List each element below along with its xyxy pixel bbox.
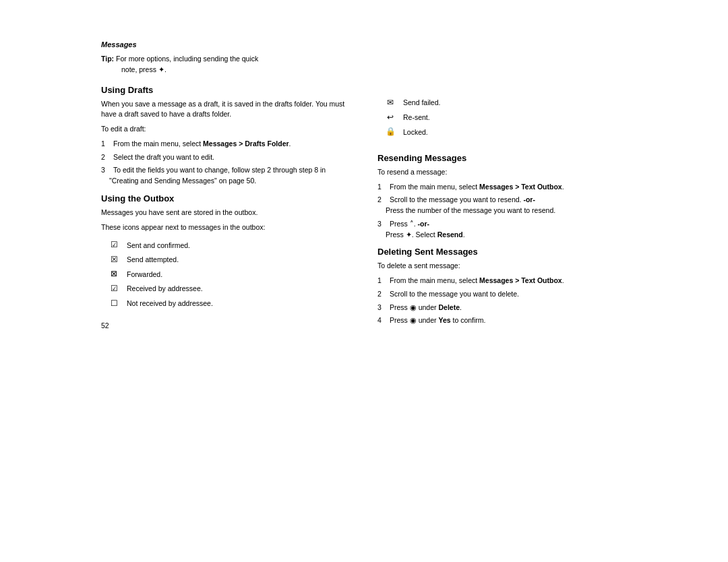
not-received-label: Not received by addressee.: [127, 297, 213, 310]
section-header: Messages: [101, 40, 627, 49]
tip-indent: note, press ✦.: [101, 65, 351, 75]
send-attempted-label: Send attempted.: [127, 253, 179, 266]
step-content: From the main menu, select Messages > Te…: [386, 276, 564, 284]
bold-text: Messages > Text Outbox: [479, 183, 562, 191]
forwarded-icon: ⊠: [108, 267, 120, 282]
step-content: From the main menu, select Messages > Dr…: [109, 139, 291, 148]
resent-icon: ↩: [384, 111, 396, 125]
sent-confirmed-label: Sent and confirmed.: [127, 239, 190, 252]
icon-list-item: ☒ Send attempted.: [108, 253, 351, 268]
step-number: 2: [101, 152, 105, 163]
drafts-steps: 1 From the main menu, select Messages > …: [101, 139, 351, 187]
resending-step-3: 3 Press ˄. -or- Press ✦. Select Resend.: [377, 219, 627, 241]
received-icon: ☑: [108, 282, 120, 296]
column-left: Tip: For more options, including sending…: [101, 54, 351, 333]
tip-symbol: ✦: [158, 65, 164, 73]
column-right: ✉ Send failed. ↩ Re-sent. 🔒 Locked. Rese…: [377, 54, 627, 333]
edit-label: To edit a draft:: [101, 124, 351, 135]
outbox-icon-list: ☑ Sent and confirmed. ☒ Send attempted. …: [108, 238, 351, 311]
deleting-steps: 1 From the main menu, select Messages > …: [377, 276, 627, 326]
step-number: 2: [377, 289, 382, 300]
icon-list-item: 🔒 Locked.: [384, 125, 627, 139]
yes-bold: Yes: [438, 316, 450, 324]
icon-list-item: ↩ Re-sent.: [384, 111, 627, 125]
right-icon-list: ✉ Send failed. ↩ Re-sent. 🔒 Locked.: [384, 96, 627, 139]
resend-bold: Resend: [437, 230, 463, 239]
step-content: Scroll to the message you want to delete…: [386, 290, 519, 298]
tip-text: For more options, including sending the …: [116, 55, 258, 63]
resending-steps: 1 From the main menu, select Messages > …: [377, 182, 627, 241]
icon-list-item: ☑ Sent and confirmed.: [108, 238, 351, 253]
forwarded-label: Forwarded.: [127, 268, 162, 281]
step-content: Select the draft you want to edit.: [109, 153, 214, 161]
step-number: 3: [377, 303, 382, 313]
step-number: 1: [377, 276, 382, 286]
using-drafts-intro: When you save a message as a draft, it i…: [101, 99, 351, 121]
bold-text: Messages > Drafts Folder: [203, 139, 289, 148]
step-content: From the main menu, select Messages > Te…: [386, 183, 564, 191]
icons-label: These icons appear next to messages in t…: [101, 222, 351, 233]
bold-or: -or-: [523, 195, 535, 204]
resending-intro: To resend a message:: [377, 167, 627, 178]
step-number: 4: [377, 315, 382, 326]
deleting-step-1: 1 From the main menu, select Messages > …: [377, 276, 627, 286]
send-attempted-icon: ☒: [108, 253, 120, 268]
page-number: 52: [101, 321, 351, 330]
locked-icon: 🔒: [384, 125, 396, 139]
deleting-step-4: 4 Press ◉ under Yes to confirm.: [377, 315, 627, 326]
deleting-step-2: 2 Scroll to the message you want to dele…: [377, 289, 627, 300]
tip-label: Tip:: [101, 55, 114, 63]
step-content: Press ˄. -or- Press ✦. Select Resend.: [386, 220, 465, 239]
not-received-icon: ☐: [108, 296, 120, 311]
deleting-intro: To delete a sent message:: [377, 261, 627, 272]
step-content: Press ◉ under Delete.: [386, 303, 462, 311]
using-outbox-intro: Messages you have sent are stored in the…: [101, 208, 351, 218]
step-number: 1: [101, 139, 105, 150]
resending-step-1: 1 From the main menu, select Messages > …: [377, 182, 627, 193]
locked-label: Locked.: [403, 126, 428, 139]
bold-text: Messages > Text Outbox: [479, 276, 562, 284]
two-column-layout: Tip: For more options, including sending…: [101, 54, 627, 333]
resending-heading: Resending Messages: [377, 153, 627, 163]
bold-or: -or-: [418, 220, 430, 228]
deleting-step-3: 3 Press ◉ under Delete.: [377, 303, 627, 313]
using-outbox-heading: Using the Outbox: [101, 193, 351, 204]
send-failed-icon: ✉: [384, 96, 396, 111]
icon-list-item: ☐ Not received by addressee.: [108, 296, 351, 311]
resending-step-2: 2 Scroll to the message you want to rese…: [377, 195, 627, 216]
step-number: 2: [377, 195, 382, 206]
sent-confirmed-icon: ☑: [108, 238, 120, 253]
tip-box: Tip: For more options, including sending…: [101, 54, 351, 75]
step-number: 3: [101, 165, 105, 176]
step-number: 1: [377, 182, 382, 193]
send-failed-label: Send failed.: [403, 96, 440, 109]
resent-label: Re-sent.: [403, 111, 430, 124]
icon-list-item: ✉ Send failed.: [384, 96, 627, 111]
page-container: Messages Tip: For more options, includin…: [101, 40, 627, 333]
step-content: Press ◉ under Yes to confirm.: [386, 316, 486, 324]
drafts-step-1: 1 From the main menu, select Messages > …: [101, 139, 351, 150]
step-content: Scroll to the message you want to resend…: [386, 195, 555, 214]
icon-list-item: ⊠ Forwarded.: [108, 267, 351, 282]
deleting-heading: Deleting Sent Messages: [377, 247, 627, 257]
step-number: 3: [377, 219, 382, 230]
step-content: To edit the fields you want to change, f…: [109, 166, 326, 185]
received-label: Received by addressee.: [127, 282, 203, 295]
using-drafts-heading: Using Drafts: [101, 85, 351, 95]
drafts-step-3: 3 To edit the fields you want to change,…: [101, 165, 351, 187]
drafts-step-2: 2 Select the draft you want to edit.: [101, 152, 351, 163]
delete-bold: Delete: [438, 303, 460, 311]
icon-list-item: ☑ Received by addressee.: [108, 282, 351, 296]
